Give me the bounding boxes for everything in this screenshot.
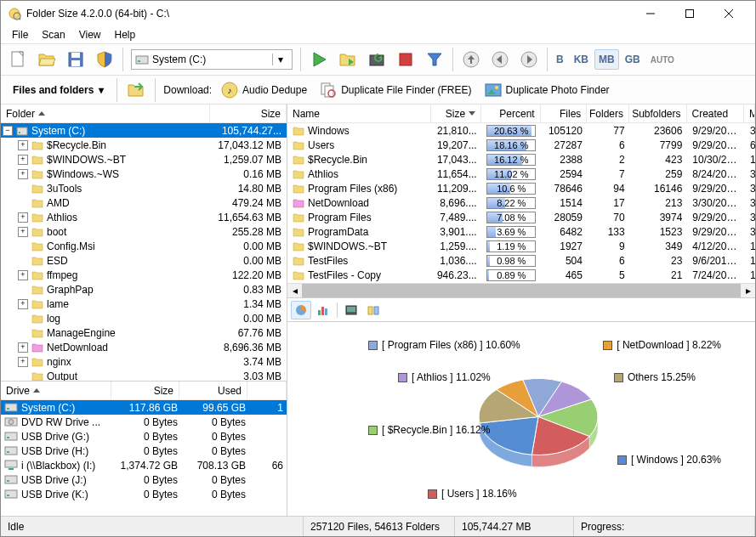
drive-row[interactable]: USB Drive (G:) 0 Bytes 0 Bytes xyxy=(1,429,287,444)
maximize-button[interactable] xyxy=(670,1,709,26)
tree-row[interactable]: + ffmpeg 122.20 MB xyxy=(1,268,287,282)
tree-body[interactable]: − System (C:)105,744.27... + $Recycle.Bi… xyxy=(1,123,287,381)
horizontal-scrollbar[interactable]: ◂ ▸ xyxy=(287,283,755,297)
expand-icon[interactable]: + xyxy=(18,227,28,237)
tree-row[interactable]: + $Recycle.Bin 17,043.12 MB xyxy=(1,138,287,152)
drive-body[interactable]: System (C:) 117.86 GB 99.65 GB 1 DVD RW … xyxy=(1,400,287,516)
list-col-folders[interactable]: Folders xyxy=(587,105,629,122)
expand-icon[interactable]: + xyxy=(18,140,28,150)
tree-row[interactable]: AMD 479.24 MB xyxy=(1,195,287,210)
scan-folder-button[interactable] xyxy=(334,46,361,73)
stop-button[interactable] xyxy=(392,46,419,73)
tree-row[interactable]: + nginx 3.74 MB xyxy=(1,354,287,369)
tree-row[interactable]: log 0.00 MB xyxy=(1,311,287,325)
tree-row[interactable]: ManageEngine 67.76 MB xyxy=(1,325,287,340)
menu-scan[interactable]: Scan xyxy=(35,27,71,42)
up-button[interactable] xyxy=(458,46,485,73)
drive-col-size[interactable]: Size xyxy=(111,382,179,399)
list-row[interactable]: Program Files (x86) 11,209... 10.6 % 786… xyxy=(287,181,755,195)
filter-button[interactable] xyxy=(421,46,448,73)
duplicate-file-finder-link[interactable]: Duplicate File Finder (FREE) xyxy=(315,79,475,101)
unit-b-button[interactable]: B xyxy=(552,49,568,70)
list-row[interactable]: Windows 21,810... 20.63 % 105120 77 2360… xyxy=(287,123,755,138)
list-row[interactable]: TestFiles 1,036.... 0.98 % 504 6 23 9/6/… xyxy=(287,253,755,268)
save-button[interactable] xyxy=(62,46,89,73)
duplicate-photo-finder-link[interactable]: Duplicate Photo Finder xyxy=(480,79,613,101)
chart-tab-folders[interactable] xyxy=(363,301,384,319)
list-row[interactable]: Users 19,207... 18.16 % 27287 6 7799 9/2… xyxy=(287,138,755,152)
play-button[interactable] xyxy=(305,46,333,73)
drive-row[interactable]: System (C:) 117.86 GB 99.65 GB 1 xyxy=(1,400,287,415)
unit-auto-button[interactable]: AUTO xyxy=(646,51,679,69)
shield-button[interactable] xyxy=(91,46,118,73)
expand-icon[interactable]: + xyxy=(18,270,28,280)
drive-row[interactable]: DVD RW Drive ... 0 Bytes 0 Bytes xyxy=(1,415,287,429)
expand-icon[interactable]: + xyxy=(18,357,28,367)
list-row[interactable]: NetDownload 8,696.... 8.22 % 1514 17 213… xyxy=(287,195,755,210)
collapse-icon[interactable]: − xyxy=(3,126,13,136)
drive-col-used[interactable]: Used xyxy=(179,382,247,399)
tree-row[interactable]: Config.Msi 0.00 MB xyxy=(1,239,287,253)
list-col-percent[interactable]: Percent xyxy=(481,105,541,122)
expand-icon[interactable]: + xyxy=(18,155,28,165)
unit-kb-button[interactable]: KB xyxy=(570,49,593,70)
tree-row[interactable]: + $WINDOWS.~BT 1,259.07 MB xyxy=(1,152,287,167)
tree-row[interactable]: GraphPap 0.83 MB xyxy=(1,282,287,297)
list-col-modified[interactable]: Modif xyxy=(744,105,755,122)
new-button[interactable] xyxy=(4,46,31,73)
tree-row[interactable]: Output 3.03 MB xyxy=(1,369,287,381)
expand-icon[interactable]: + xyxy=(18,342,28,353)
list-body[interactable]: Windows 21,810... 20.63 % 105120 77 2360… xyxy=(287,123,755,283)
menu-help[interactable]: Help xyxy=(108,27,143,42)
scroll-left-icon[interactable]: ◂ xyxy=(287,284,302,298)
expand-icon[interactable]: + xyxy=(18,169,28,179)
back-button[interactable] xyxy=(486,46,514,73)
audio-dedupe-link[interactable]: ♪ Audio Dedupe xyxy=(217,79,310,101)
list-row[interactable]: ProgramData 3,901.... 3.69 % 6482 133 15… xyxy=(287,224,755,239)
chart-tab-pie[interactable] xyxy=(291,301,311,319)
tree-row[interactable]: + lame 1.34 MB xyxy=(1,297,287,311)
drive-name: USB Drive (K:) xyxy=(21,489,115,500)
list-row[interactable]: $Recycle.Bin 17,043... 16.12 % 2388 2 42… xyxy=(287,152,755,167)
drive-col-drive[interactable]: Drive xyxy=(1,382,111,399)
expand-icon[interactable]: + xyxy=(18,212,28,223)
open-button[interactable] xyxy=(33,46,60,73)
tree-col-size[interactable]: Size xyxy=(210,105,287,122)
list-col-name[interactable]: Name xyxy=(287,105,431,122)
list-col-size[interactable]: Size xyxy=(431,105,482,122)
list-col-files[interactable]: Files xyxy=(541,105,588,122)
tree-col-folder[interactable]: Folder xyxy=(1,105,210,122)
tree-row[interactable]: + Athlios 11,654.63 MB xyxy=(1,210,287,224)
export-button[interactable] xyxy=(125,79,147,101)
close-button[interactable] xyxy=(709,1,748,26)
files-folders-dropdown[interactable]: Files and folders ▾ xyxy=(8,82,109,98)
list-row[interactable]: TestFiles - Copy 946.23... 0.89 % 465 5 … xyxy=(287,268,755,282)
scroll-right-icon[interactable]: ▸ xyxy=(741,284,755,298)
list-col-subfolders[interactable]: Subfolders xyxy=(629,105,687,122)
drive-row[interactable]: i (\\Blackbox) (I:) 1,374.72 GB 708.13 G… xyxy=(1,458,287,472)
tree-row[interactable]: + NetDownload 8,696.36 MB xyxy=(1,340,287,354)
minimize-button[interactable] xyxy=(631,1,670,26)
tree-root-row[interactable]: − System (C:)105,744.27... xyxy=(1,123,287,138)
list-row[interactable]: Program Files 7,489.... 7.08 % 28059 70 … xyxy=(287,210,755,224)
list-col-created[interactable]: Created xyxy=(687,105,745,122)
unit-gb-button[interactable]: GB xyxy=(621,49,645,70)
unit-mb-button[interactable]: MB xyxy=(594,49,619,70)
tree-row[interactable]: + $Windows.~WS 0.16 MB xyxy=(1,167,287,181)
menu-view[interactable]: View xyxy=(72,27,108,42)
drive-selector[interactable]: System (C:) ▾ xyxy=(131,49,293,70)
drive-row[interactable]: USB Drive (H:) 0 Bytes 0 Bytes xyxy=(1,444,287,458)
list-row[interactable]: $WINDOWS.~BT 1,259.... 1.19 % 1927 9 349… xyxy=(287,239,755,253)
chart-tab-bar[interactable] xyxy=(313,301,333,319)
tree-row[interactable]: + boot 255.28 MB xyxy=(1,224,287,239)
tree-row[interactable]: ESD 0.00 MB xyxy=(1,253,287,268)
menu-file[interactable]: File xyxy=(5,27,35,42)
drive-row[interactable]: USB Drive (K:) 0 Bytes 0 Bytes xyxy=(1,487,287,501)
tree-row[interactable]: 3uTools 14.80 MB xyxy=(1,181,287,195)
chart-tab-disk[interactable] xyxy=(341,301,361,319)
drive-row[interactable]: USB Drive (J:) 0 Bytes 0 Bytes xyxy=(1,472,287,487)
list-row[interactable]: Athlios 11,654... 11.02 % 2594 7 259 8/2… xyxy=(287,167,755,181)
refresh-button[interactable] xyxy=(363,46,390,73)
expand-icon[interactable]: + xyxy=(18,299,28,309)
forward-button[interactable] xyxy=(515,46,543,73)
